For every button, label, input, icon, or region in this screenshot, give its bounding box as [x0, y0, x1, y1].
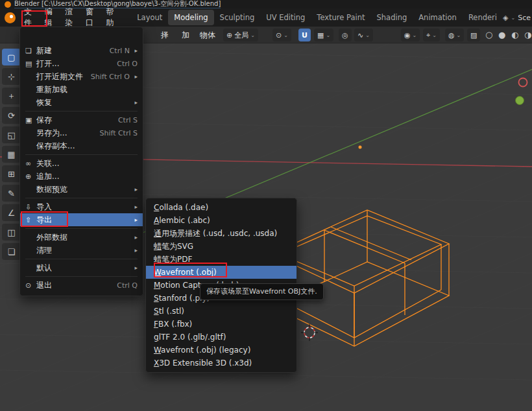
file-menu-item-defaults[interactable]: 默认 ▸: [20, 261, 143, 274]
top-menubar: 文件 编辑 渲染 窗口 帮助 Layout Modeling Sculpting…: [0, 8, 532, 27]
tool-annotate[interactable]: ✎: [2, 185, 21, 202]
file-menu-item-export[interactable]: ⇧ 导出 ▸: [20, 213, 143, 226]
menu-item-shortcut: Shift Ctrl O: [91, 73, 130, 81]
snap-target-dropdown[interactable]: ▦ ⌄: [314, 29, 333, 41]
tool-rotate[interactable]: ⟳: [2, 107, 21, 124]
transform-orientation-dropdown[interactable]: ⊕ 全局 ⌄: [223, 29, 258, 41]
file-menu-item-link[interactable]: ∞ 关联...: [20, 157, 143, 170]
file-menu-item-open[interactable]: ▤ 打开... Ctrl O: [20, 57, 143, 70]
menu-item-label: 新建: [36, 45, 52, 56]
file-menu-item-revert[interactable]: 重新加载: [20, 83, 143, 96]
tool-extra-2[interactable]: ❏: [2, 243, 21, 260]
xray-toggle[interactable]: ▨: [467, 29, 480, 41]
gizmo-axis-y-icon: [516, 97, 524, 105]
overlays-icon: ◍: [448, 31, 455, 40]
export-grease-pencil-pdf[interactable]: 蜡笔为PDF: [146, 253, 296, 266]
menu-object[interactable]: 物体: [200, 27, 215, 43]
tab-rendering[interactable]: Renderi: [463, 10, 503, 25]
tool-extra-1[interactable]: ◫: [2, 224, 21, 241]
chevron-down-icon: ⌄: [326, 32, 330, 38]
chevron-down-icon: ⌄: [250, 32, 255, 38]
visibility-dropdown[interactable]: ◉ ⌄: [401, 29, 420, 41]
export-x3d[interactable]: X3D Extensible 3D (.x3d): [146, 357, 296, 370]
export-alembic[interactable]: Alembic (.abc): [146, 214, 296, 227]
tab-sculpting[interactable]: Sculpting: [214, 10, 261, 25]
shading-rendered-button[interactable]: ◑: [524, 30, 531, 40]
chevron-down-icon: ⌄: [284, 32, 288, 38]
submenu-arrow-icon: ▸: [130, 204, 138, 210]
export-wavefront-obj[interactable]: Wavefront (.obj): [146, 266, 296, 279]
export-gltf[interactable]: glTF 2.0 (.glb/.gltf): [146, 331, 296, 344]
proportional-icon: ◎: [342, 31, 348, 40]
menu-edit[interactable]: 编辑: [39, 8, 60, 27]
file-menu-item-append[interactable]: ⊕ 追加...: [20, 170, 143, 183]
blender-app-icon[interactable]: [5, 12, 16, 23]
tool-move[interactable]: ＋: [2, 88, 21, 104]
menu-window[interactable]: 窗口: [80, 8, 101, 27]
wireframe-model: [271, 210, 449, 346]
submenu-arrow-icon: ▸: [130, 234, 138, 241]
tab-layout[interactable]: Layout: [131, 10, 168, 25]
tab-texture-paint[interactable]: Texture Paint: [311, 10, 370, 25]
menu-item-label: 打开...: [36, 58, 59, 69]
overlays-dropdown[interactable]: ◍ ⌄: [445, 29, 464, 41]
proportional-editing-toggle[interactable]: ◎: [339, 29, 352, 41]
tab-shading[interactable]: Shading: [371, 10, 413, 25]
file-menu-item-save-copy[interactable]: 保存副本...: [20, 139, 143, 152]
file-menu-item-open-recent[interactable]: 打开近期文件 Shift Ctrl O ▸: [20, 70, 143, 83]
save-icon: ▣: [25, 116, 36, 124]
file-menu-item-new[interactable]: ❏ 新建 Ctrl N ▸: [20, 44, 143, 57]
menu-file[interactable]: 文件: [18, 8, 39, 27]
tool-transform[interactable]: ▦: [2, 146, 21, 163]
menu-add[interactable]: 加: [182, 27, 189, 43]
globe-icon: ⊕: [226, 31, 232, 40]
menu-help[interactable]: 帮助: [101, 8, 121, 27]
export-stl[interactable]: Stl (.stl): [146, 305, 296, 318]
menu-item-label: Wavefront (.obj): [154, 268, 217, 277]
tab-modeling[interactable]: Modeling: [168, 10, 213, 25]
submenu-arrow-icon: ▸: [130, 247, 138, 253]
falloff-dropdown[interactable]: ∿ ⌄: [354, 29, 373, 41]
file-menu-item-quit[interactable]: ⊙ 退出 Ctrl Q: [20, 279, 143, 292]
export-collada[interactable]: Collada (.dae): [146, 201, 296, 214]
file-menu-item-recover[interactable]: 恢复 ▸: [20, 96, 143, 109]
folder-icon: ▤: [25, 60, 36, 68]
menu-item-label: Stl (.stl): [154, 307, 184, 316]
workspace-tabs: Layout Modeling Sculpting UV Editing Tex…: [131, 8, 503, 27]
export-obj-legacy[interactable]: Wavefront (.obj) (legacy): [146, 344, 296, 357]
tool-select-box[interactable]: ▢: [2, 49, 21, 65]
snap-toggle[interactable]: U: [298, 29, 311, 41]
tooltip: 保存该场景至Wavefront OBJ文件.: [200, 283, 324, 300]
file-menu-item-data-previews[interactable]: 数据预览 ▸: [20, 183, 143, 196]
tool-add-cube[interactable]: ⊞: [2, 165, 21, 182]
xray-icon: ▨: [470, 31, 477, 40]
file-menu-item-save-as[interactable]: 另存为... Shift Ctrl S: [20, 126, 143, 139]
tool-shelf: ▢ ⊹ ＋ ⟳ ◱ ▦ ⊞ ✎ ∠ ◫ ❏: [2, 49, 21, 260]
file-menu-item-cleanup[interactable]: 清理 ▸: [20, 244, 143, 257]
menu-select[interactable]: 择: [161, 27, 169, 43]
tool-measure[interactable]: ∠: [2, 204, 21, 221]
gizmo-icon: ⌖: [426, 31, 430, 40]
menu-item-shortcut: Ctrl Q: [117, 281, 138, 290]
export-usd[interactable]: 通用场景描述 (.usd, .usdc, .usda): [146, 227, 296, 240]
export-grease-pencil-svg[interactable]: 蜡笔为SVG: [146, 240, 296, 253]
tab-animation[interactable]: Animation: [413, 10, 463, 25]
tool-cursor[interactable]: ⊹: [2, 68, 21, 85]
export-fbx[interactable]: FBX (.fbx): [146, 318, 296, 331]
tab-uv-editing[interactable]: UV Editing: [260, 10, 311, 25]
file-menu-item-import[interactable]: ⇩ 导入 ▸: [20, 200, 143, 213]
shading-wireframe-button[interactable]: ○: [485, 30, 492, 40]
menu-item-label: 退出: [36, 280, 52, 291]
file-menu-item-save[interactable]: ▣ 保存 Ctrl S: [20, 113, 143, 126]
object-origin-dot: [359, 146, 362, 149]
shading-solid-button[interactable]: ●: [498, 30, 505, 40]
gizmos-dropdown[interactable]: ⌖ ⌄: [423, 29, 440, 41]
tool-scale[interactable]: ◱: [2, 126, 21, 143]
file-menu-item-external-data[interactable]: 外部数据 ▸: [20, 231, 143, 244]
menu-render[interactable]: 渲染: [59, 8, 80, 27]
pivot-point-dropdown[interactable]: ⊙ ⌄: [272, 29, 291, 41]
submenu-arrow-icon: ▸: [130, 186, 138, 193]
scene-selector[interactable]: ◈ ⌄ Sce: [503, 14, 532, 22]
menu-separator: [25, 259, 138, 259]
shading-material-button[interactable]: ◐: [511, 30, 518, 40]
